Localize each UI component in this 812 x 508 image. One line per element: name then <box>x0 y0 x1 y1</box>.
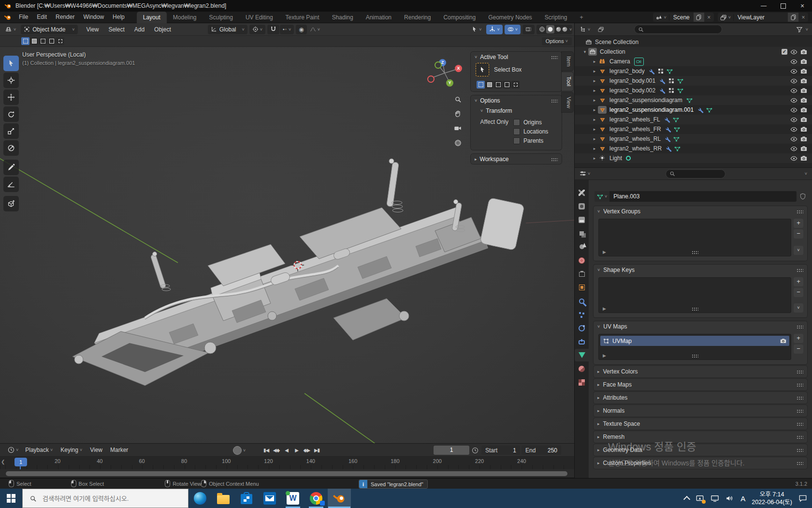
workspace-panel-header[interactable]: ▸Workspace <box>471 154 562 164</box>
add-shape-key-button[interactable]: + <box>794 277 803 286</box>
expand-panel-arrow[interactable]: ❮ <box>1 459 5 464</box>
blender-taskbar-icon[interactable] <box>328 489 351 508</box>
remove-viewlayer-button[interactable]: × <box>798 14 808 21</box>
add-cube-tool-button[interactable] <box>3 196 19 211</box>
mesh-data-icon[interactable] <box>673 136 680 142</box>
mesh-name-field[interactable]: Plane.003 <box>609 191 797 202</box>
expand-arrow-icon[interactable]: ▸ <box>591 88 598 93</box>
select-mode-subtract-button[interactable] <box>39 37 47 45</box>
new-scene-button[interactable] <box>694 13 704 22</box>
remove-vertex-group-button[interactable]: − <box>794 229 803 239</box>
render-camera-icon[interactable] <box>800 126 807 133</box>
outliner-filter-dropdown[interactable]: ˅ <box>806 27 808 32</box>
menu-item[interactable]: Render <box>51 12 79 23</box>
mesh-data-icon[interactable] <box>677 88 683 94</box>
outliner-object-row[interactable]: ▸ legran2_body.002 <box>575 86 812 95</box>
volume-tray-icon[interactable] <box>725 494 734 503</box>
workspace-tab[interactable]: Shading <box>326 12 360 23</box>
select-mode-extend-button[interactable] <box>30 37 38 45</box>
list-resize-grip[interactable] <box>692 307 698 311</box>
workspace-tab[interactable]: Layout <box>137 12 167 23</box>
outliner-search-input[interactable] <box>647 26 707 33</box>
properties-tab[interactable] <box>575 254 589 267</box>
panel-grip[interactable] <box>797 325 803 329</box>
modifier-stack-icon[interactable] <box>669 78 671 80</box>
mesh-data-icon[interactable] <box>674 146 681 152</box>
mode-dropdown[interactable]: Object Mode˅ <box>21 25 77 34</box>
gizmos-toggle[interactable]: ˅ <box>486 25 502 34</box>
perspective-toggle-icon[interactable] <box>451 136 464 149</box>
collapsed-panel-header[interactable]: ▸Face Maps <box>594 379 807 390</box>
hidden-icons-chevron[interactable] <box>683 496 690 503</box>
properties-tab[interactable] <box>575 349 589 361</box>
hide-eye-icon[interactable] <box>790 48 798 56</box>
mode-new-button[interactable] <box>477 81 485 89</box>
pivot-point-dropdown[interactable]: ˅ <box>249 25 265 34</box>
checkbox[interactable] <box>513 137 520 144</box>
hide-eye-icon[interactable] <box>790 87 798 94</box>
axis-x-handle[interactable]: X <box>455 65 462 72</box>
viewport-menu-item[interactable]: Object <box>149 26 176 33</box>
expand-arrow-icon[interactable]: ▸ <box>591 146 598 151</box>
taskbar-clock[interactable]: 오후 7:14 2022-06-04(토) <box>752 491 792 507</box>
jump-to-end-button[interactable]: ▶▮ <box>312 446 321 454</box>
unlink-scene-button[interactable]: × <box>704 14 714 21</box>
panel-grip[interactable] <box>551 99 558 103</box>
render-camera-icon[interactable] <box>800 145 807 152</box>
preview-range-clock-icon[interactable] <box>472 447 478 454</box>
render-camera-icon[interactable] <box>800 48 807 55</box>
workspace-tab[interactable]: Geometry Nodes <box>482 12 538 23</box>
measure-tool-button[interactable] <box>3 177 19 192</box>
hide-eye-icon[interactable] <box>790 106 798 114</box>
collection-row[interactable]: ▾ Collection ✓ <box>575 47 812 57</box>
menu-item[interactable]: Edit <box>32 12 51 23</box>
uv-maps-list[interactable]: UVMap ▶ <box>598 334 791 360</box>
render-camera-icon[interactable] <box>800 106 807 113</box>
auto-keying-toggle[interactable]: ˅ <box>233 446 246 455</box>
hide-eye-icon[interactable] <box>790 97 798 104</box>
panel-grip[interactable] <box>797 383 803 387</box>
modifier-wrench-icon[interactable] <box>659 88 666 94</box>
properties-tab[interactable] <box>575 362 589 375</box>
collapsed-panel-header[interactable]: ▸Geometry Data <box>594 444 807 456</box>
properties-editor-type-button[interactable]: ˅ <box>577 169 593 179</box>
modifier-stack-icon[interactable] <box>658 69 660 71</box>
modifier-wrench-icon[interactable] <box>649 68 655 75</box>
3d-viewport[interactable]: User Perspective (Local) (1) Collection … <box>0 47 574 443</box>
properties-tab[interactable] <box>575 200 589 212</box>
mode-intersect-button[interactable] <box>511 81 520 89</box>
sidebar-tab[interactable]: Item <box>562 52 573 71</box>
outliner-object-row[interactable]: ▸ legran2_suspensiondiagram.001 <box>575 105 812 115</box>
render-camera-icon[interactable] <box>800 58 807 65</box>
list-expand-icon[interactable]: ▶ <box>603 306 606 311</box>
previous-keyframe-button[interactable]: ◀◆ <box>272 446 281 454</box>
pan-hand-icon[interactable] <box>451 107 464 120</box>
selectability-dropdown[interactable]: ˅ <box>468 25 484 34</box>
annotate-tool-button[interactable] <box>3 160 19 175</box>
next-keyframe-button[interactable]: ◆▶ <box>302 446 311 454</box>
expand-arrow-icon[interactable]: ▸ <box>591 59 598 64</box>
expand-arrow-icon[interactable]: ▸ <box>591 127 598 132</box>
outliner-object-row[interactable]: ▸ legran2_body.001 <box>575 76 812 86</box>
workspace-tab[interactable]: UV Editing <box>239 12 279 23</box>
light-data-icon[interactable] <box>626 156 631 161</box>
collapsed-panel-header[interactable]: ▸Custom Properties <box>594 457 807 469</box>
hide-eye-icon[interactable] <box>790 58 798 65</box>
workspace-tab[interactable]: Sculpting <box>203 12 239 23</box>
overlays-toggle[interactable]: ˅ <box>505 25 521 34</box>
editor-type-button[interactable]: ˅ <box>2 25 19 34</box>
modifier-wrench-icon[interactable] <box>697 107 704 113</box>
collapsed-panel-header[interactable]: ▸Vertex Colors <box>594 366 807 377</box>
outliner-object-row[interactable]: ▸ legran2_wheels_FL <box>575 115 812 124</box>
hide-eye-icon[interactable] <box>790 155 798 162</box>
timeline-ruler[interactable]: 20406080100120140160180200220240 ❮ 1 <box>0 457 574 469</box>
properties-tab[interactable] <box>575 240 589 253</box>
mesh-data-icon[interactable] <box>706 107 712 113</box>
sidebar-tab[interactable]: Tool <box>562 72 573 90</box>
axis-y-negative-handle[interactable] <box>435 61 442 69</box>
transform-tool-button[interactable] <box>3 140 19 156</box>
properties-tab[interactable] <box>575 308 589 321</box>
workspace-tab[interactable]: Rendering <box>398 12 437 23</box>
properties-tab[interactable] <box>575 268 589 280</box>
taskbar-search[interactable] <box>22 489 188 508</box>
